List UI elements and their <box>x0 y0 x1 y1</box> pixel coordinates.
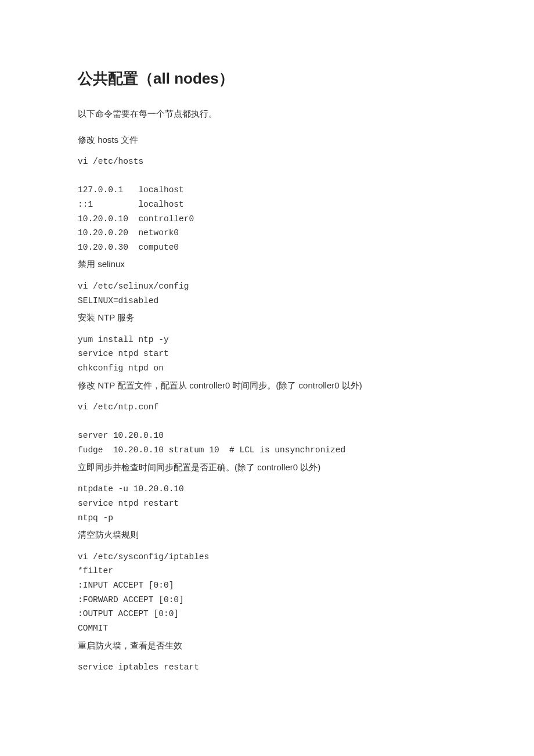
paragraph-ntp-install: 安装 NTP 服务 <box>78 311 457 325</box>
code-ntp-install: yum install ntp -y service ntpd start ch… <box>78 333 457 376</box>
code-ntp-sync: ntpdate -u 10.20.0.10 service ntpd resta… <box>78 482 457 525</box>
paragraph-iptables-restart: 重启防火墙，查看是否生效 <box>78 639 457 653</box>
paragraph-iptables-clear: 清空防火墙规则 <box>78 528 457 542</box>
code-selinux: vi /etc/selinux/config SELINUX=disabled <box>78 279 457 308</box>
paragraph-ntp-conf: 修改 NTP 配置文件，配置从 controller0 时间同步。(除了 con… <box>78 379 457 393</box>
paragraph-hosts: 修改 hosts 文件 <box>78 134 457 147</box>
page-title: 公共配置（all nodes） <box>78 69 457 89</box>
paragraph-ntp-sync: 立即同步并检查时间同步配置是否正确。(除了 controller0 以外) <box>78 461 457 474</box>
paragraph-intro: 以下命令需要在每一个节点都执行。 <box>78 107 457 121</box>
code-ntp-conf: vi /etc/ntp.conf server 10.20.0.10 fudge… <box>78 400 457 458</box>
code-hosts: vi /etc/hosts 127.0.0.1 localhost ::1 lo… <box>78 154 457 254</box>
code-iptables-restart: service iptables restart <box>78 660 457 675</box>
paragraph-selinux: 禁用 selinux <box>78 258 457 271</box>
code-iptables: vi /etc/sysconfig/iptables *filter :INPU… <box>78 550 457 636</box>
